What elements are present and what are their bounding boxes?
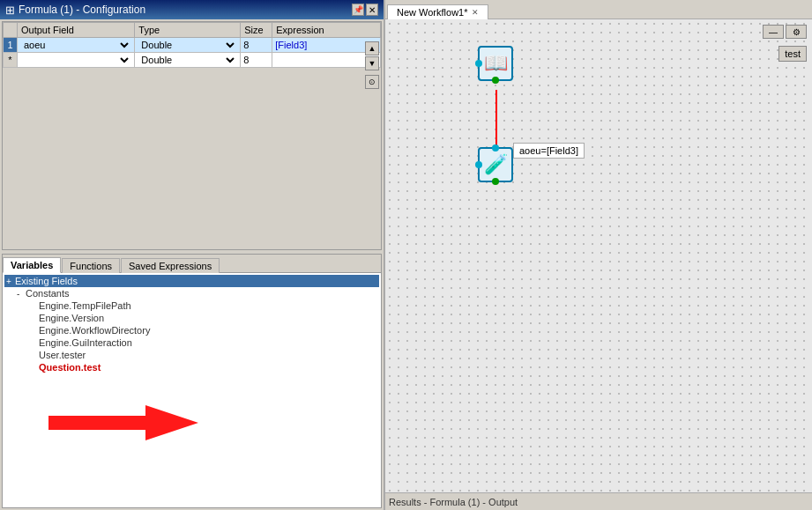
workflow-tab-close[interactable]: ✕ bbox=[472, 8, 479, 17]
row-number: 1 bbox=[4, 38, 18, 53]
size-cell: 8 bbox=[241, 53, 272, 68]
formula-table-area: Output Field Type Size Expression 1 aoeu bbox=[3, 22, 381, 249]
formula-node[interactable]: 🧪 bbox=[478, 147, 513, 182]
type-cell[interactable]: Double bbox=[135, 38, 241, 53]
col-num-header bbox=[4, 23, 18, 38]
close-button[interactable]: ✕ bbox=[366, 4, 378, 16]
output-field-select[interactable]: aoeu bbox=[20, 39, 131, 51]
test-button[interactable]: test bbox=[778, 46, 807, 62]
left-panel: ⊞ Formula (1) - Configuration 📌 ✕ Output… bbox=[0, 0, 384, 510]
input-node[interactable]: 📖 bbox=[478, 46, 513, 81]
tree-item-label: Engine.WorkflowDirectory bbox=[39, 325, 150, 336]
pin-button[interactable]: 📌 bbox=[352, 4, 364, 16]
tree-item-label: Engine.Version bbox=[39, 313, 104, 323]
bottom-panel: Variables Functions Saved Expressions + … bbox=[2, 254, 382, 508]
zoom-minus-button[interactable]: — bbox=[763, 25, 784, 39]
tree-item-label: Engine.TempFilePath bbox=[39, 300, 131, 311]
formula-config-panel: Output Field Type Size Expression 1 aoeu bbox=[2, 21, 382, 250]
book-icon: 📖 bbox=[484, 52, 508, 75]
connection-line bbox=[495, 90, 497, 147]
tab-functions[interactable]: Functions bbox=[62, 258, 120, 273]
right-panel: New Workflow1* ✕ — ⚙ test 📖 bbox=[384, 0, 812, 510]
table-row[interactable]: * Double 8 bbox=[4, 53, 381, 68]
formula-table: Output Field Type Size Expression 1 aoeu bbox=[3, 22, 381, 68]
existing-fields-label: Existing Fields bbox=[15, 276, 78, 286]
constants-group: - Constants Engine.TempFilePath Engine.V… bbox=[15, 287, 379, 373]
workflow-tab-label: New Workflow1* bbox=[397, 7, 468, 18]
constants-children: Engine.TempFilePath Engine.Version Engin… bbox=[26, 299, 379, 373]
zoom-bar: — ⚙ bbox=[763, 25, 807, 39]
title-bar: ⊞ Formula (1) - Configuration 📌 ✕ bbox=[0, 0, 384, 19]
constants-node[interactable]: - Constants bbox=[15, 287, 379, 299]
title-bar-right: 📌 ✕ bbox=[352, 4, 378, 16]
type-select[interactable]: Double bbox=[138, 39, 237, 51]
move-up-button[interactable]: ▲ bbox=[365, 41, 379, 55]
type-cell[interactable]: Double bbox=[135, 53, 241, 68]
dot-grid bbox=[385, 19, 812, 492]
formula-icon: ⊞ bbox=[5, 4, 15, 17]
row-number: * bbox=[4, 53, 18, 68]
results-text: Results - Formula (1) - Output bbox=[389, 497, 518, 507]
size-cell: 8 bbox=[241, 38, 272, 53]
side-buttons: ▲ ▼ ⊙ bbox=[365, 41, 379, 89]
expand-icon: + bbox=[6, 277, 15, 286]
move-down-button[interactable]: ▼ bbox=[365, 56, 379, 70]
node-connector-left bbox=[475, 161, 482, 168]
list-item[interactable]: User.tester bbox=[26, 349, 379, 361]
right-tabbar: New Workflow1* ✕ bbox=[385, 0, 812, 19]
tree-area: + Existing Fields - Constants Engine.Tem… bbox=[3, 273, 381, 507]
list-item[interactable]: Engine.GuiInteraction bbox=[26, 336, 379, 349]
formula-label: aoeu=[Field3] bbox=[513, 143, 585, 159]
col-size-header: Size bbox=[241, 23, 272, 38]
node-connector-left bbox=[475, 60, 482, 67]
canvas-area[interactable]: — ⚙ test 📖 aoeu=[Field3] 🧪 bbox=[385, 19, 812, 492]
title-bar-left: ⊞ Formula (1) - Configuration bbox=[5, 4, 145, 17]
workflow-tab[interactable]: New Workflow1* ✕ bbox=[387, 4, 488, 19]
tree-item-label: User.tester bbox=[39, 350, 86, 360]
results-bar: Results - Formula (1) - Output bbox=[385, 492, 812, 510]
output-field-select[interactable] bbox=[20, 54, 131, 66]
node-connector-bottom bbox=[492, 178, 499, 185]
title-bar-text: Formula (1) - Configuration bbox=[19, 4, 145, 16]
formula-icon: 🧪 bbox=[484, 153, 508, 176]
list-item[interactable]: Engine.WorkflowDirectory bbox=[26, 324, 379, 336]
settings-button[interactable]: ⊙ bbox=[365, 75, 379, 89]
node-connector-top bbox=[492, 144, 499, 152]
node-connector-bottom bbox=[492, 77, 499, 84]
zoom-settings-button[interactable]: ⚙ bbox=[786, 25, 807, 39]
input-node-icon[interactable]: 📖 bbox=[478, 46, 513, 81]
list-item[interactable]: Engine.Version bbox=[26, 312, 379, 324]
col-type-header: Type bbox=[135, 23, 241, 38]
expand-icon: - bbox=[17, 289, 26, 299]
col-expression-header: Expression bbox=[272, 23, 381, 38]
tree-item-label: Engine.GuiInteraction bbox=[39, 337, 132, 348]
list-item[interactable]: Question.test bbox=[26, 361, 379, 373]
list-item[interactable]: Engine.TempFilePath bbox=[26, 299, 379, 312]
tabs-bar: Variables Functions Saved Expressions bbox=[3, 255, 381, 273]
output-field-cell[interactable] bbox=[18, 53, 135, 68]
tab-variables[interactable]: Variables bbox=[3, 257, 61, 273]
table-row[interactable]: 1 aoeu Double 8 bbox=[4, 38, 381, 53]
formula-node-icon[interactable]: 🧪 bbox=[478, 147, 513, 182]
output-field-cell[interactable]: aoeu bbox=[18, 38, 135, 53]
tree-item-highlighted-label: Question.test bbox=[39, 362, 101, 373]
constants-label: Constants bbox=[26, 288, 70, 299]
existing-fields-node[interactable]: + Existing Fields bbox=[4, 275, 379, 287]
tab-saved-expressions[interactable]: Saved Expressions bbox=[121, 258, 220, 273]
col-output-field-header: Output Field bbox=[18, 23, 135, 38]
type-select[interactable]: Double bbox=[138, 54, 237, 66]
